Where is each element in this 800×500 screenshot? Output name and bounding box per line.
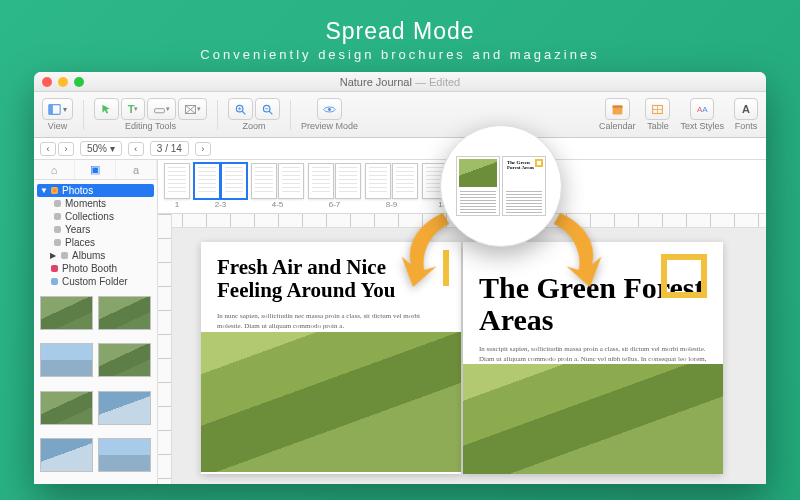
text-tool-button[interactable]: T▾ xyxy=(121,98,145,120)
page-thumb[interactable]: 2-3 xyxy=(194,163,247,209)
thumbnail[interactable] xyxy=(40,296,93,330)
thumbnail[interactable] xyxy=(98,296,151,330)
svg-rect-15 xyxy=(612,105,622,107)
subtoolbar: ‹ › 50% ▾ ‹ 3 / 14 › xyxy=(34,138,766,160)
pointer-tool-button[interactable] xyxy=(94,98,119,120)
promo-banner: Spread Mode Conveniently design brochure… xyxy=(0,0,800,70)
tree-photobooth[interactable]: Photo Booth xyxy=(40,262,151,275)
svg-rect-1 xyxy=(49,104,53,114)
svg-point-13 xyxy=(328,108,331,111)
view-button[interactable]: ▾ xyxy=(42,98,73,120)
svg-rect-2 xyxy=(155,108,165,112)
page-thumb[interactable]: 8-9 xyxy=(365,163,418,209)
tree-places[interactable]: Places xyxy=(40,236,151,249)
tree-years[interactable]: Years xyxy=(40,223,151,236)
page-nav: ‹ xyxy=(128,142,144,156)
svg-line-7 xyxy=(242,111,245,114)
tree-photos[interactable]: ▼Photos xyxy=(37,184,154,197)
decoration xyxy=(661,254,707,298)
calendar-button[interactable] xyxy=(605,98,630,120)
fonts-button[interactable]: A xyxy=(734,98,758,120)
forward-button[interactable]: › xyxy=(58,142,74,156)
calendar-icon xyxy=(611,103,624,116)
page-thumb[interactable]: 1 xyxy=(164,163,190,209)
page-thumb[interactable]: 6-7 xyxy=(308,163,361,209)
mini-page-left xyxy=(456,156,500,216)
zoom-field[interactable]: 50% ▾ xyxy=(80,141,122,156)
window-title: Nature Journal — Edited xyxy=(34,76,766,88)
text-styles-button[interactable]: AA xyxy=(690,98,714,120)
frame-icon xyxy=(184,103,197,116)
ruler-vertical xyxy=(158,214,172,484)
sidebar: ⌂ ▣ a ▼Photos Moments Collections Years … xyxy=(34,160,158,484)
zoom-out-icon xyxy=(261,103,274,116)
image-placeholder xyxy=(201,332,461,472)
tab-home-icon[interactable]: ⌂ xyxy=(34,160,75,179)
zoom-out-button[interactable] xyxy=(255,98,280,120)
shape-tool-button[interactable]: ▾ xyxy=(147,98,176,120)
promo-subtitle: Conveniently design brochures and magazi… xyxy=(0,47,800,62)
pointer-icon xyxy=(100,103,113,116)
toolbar-view-group: ▾ View xyxy=(42,98,73,131)
body-left: In nunc sapien, sollicitudin nec massa p… xyxy=(217,312,445,332)
history-nav: ‹ › xyxy=(40,142,74,156)
titlebar[interactable]: Nature Journal — Edited xyxy=(34,72,766,92)
shape-icon xyxy=(153,103,166,116)
table-icon xyxy=(651,103,664,116)
toolbar-zoom-group: Zoom xyxy=(228,98,280,131)
toolbar-calendar-group: Calendar xyxy=(599,98,636,131)
eye-icon xyxy=(323,103,336,116)
source-tabs: ⌂ ▣ a xyxy=(34,160,157,180)
magnifier-callout: The Green Forest Areas xyxy=(440,125,562,247)
photo-thumbnails xyxy=(34,292,157,484)
image-placeholder xyxy=(463,364,723,474)
toolbar-styles-group: AA Text Styles xyxy=(680,98,724,131)
preview-button[interactable] xyxy=(317,98,342,120)
thumbnail[interactable] xyxy=(40,343,93,377)
back-button[interactable]: ‹ xyxy=(40,142,56,156)
page-field[interactable]: 3 / 14 xyxy=(150,141,189,156)
thumbnail[interactable] xyxy=(40,438,93,472)
toolbar-preview-group: Preview Mode xyxy=(301,98,358,131)
thumbnail[interactable] xyxy=(98,438,151,472)
tree-custom[interactable]: Custom Folder xyxy=(40,275,151,288)
mini-page-right: The Green Forest Areas xyxy=(502,156,546,216)
zoom-in-icon xyxy=(234,103,247,116)
thumbnail[interactable] xyxy=(98,343,151,377)
canvas[interactable]: Fresh Air and Nice Feeling Around You In… xyxy=(158,214,766,484)
zoom-in-button[interactable] xyxy=(228,98,253,120)
promo-title: Spread Mode xyxy=(0,18,800,45)
thumbnail[interactable] xyxy=(40,391,93,425)
table-button[interactable] xyxy=(645,98,670,120)
page-thumb[interactable]: 4-5 xyxy=(251,163,304,209)
tab-text-icon[interactable]: a xyxy=(116,160,157,179)
frame-tool-button[interactable]: ▾ xyxy=(178,98,207,120)
tree-albums[interactable]: ▶Albums xyxy=(40,249,151,262)
thumbnail[interactable] xyxy=(98,391,151,425)
toolbar-fonts-group: A Fonts xyxy=(734,98,758,131)
page-prev-button[interactable]: ‹ xyxy=(128,142,144,156)
layout-icon xyxy=(48,103,61,116)
svg-line-11 xyxy=(269,111,272,114)
toolbar-table-group: Table xyxy=(645,98,670,131)
tree-moments[interactable]: Moments xyxy=(40,197,151,210)
tab-photos-icon[interactable]: ▣ xyxy=(75,160,116,179)
page-next-button[interactable]: › xyxy=(195,142,211,156)
toolbar-editing-group: T▾ ▾ ▾ Editing Tools xyxy=(94,98,207,131)
source-tree: ▼Photos Moments Collections Years Places… xyxy=(34,180,157,292)
toolbar: ▾ View T▾ ▾ ▾ Editing Tools Zoom xyxy=(34,92,766,138)
tree-collections[interactable]: Collections xyxy=(40,210,151,223)
